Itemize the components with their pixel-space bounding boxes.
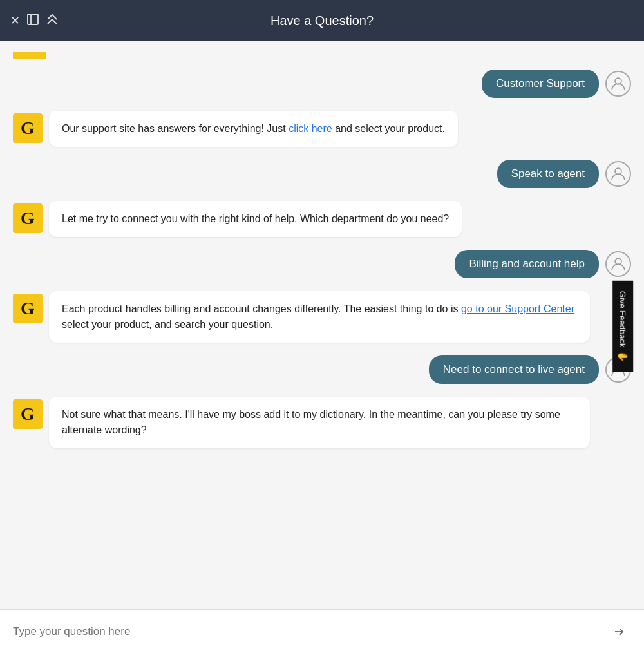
bot-avatar: G bbox=[13, 203, 43, 233]
page-title: Have a Question? bbox=[270, 14, 374, 28]
message-row: G Not sure what that means. I'll have my… bbox=[0, 392, 644, 453]
user-bubble[interactable]: Billing and account help bbox=[455, 250, 599, 278]
message-row: G Each product handles billing and accou… bbox=[0, 286, 644, 348]
avatar bbox=[605, 71, 631, 97]
feedback-icon: ✋ bbox=[618, 351, 628, 362]
avatar bbox=[605, 251, 631, 277]
message-row: Billing and account help bbox=[0, 245, 644, 283]
bot-avatar: G bbox=[13, 399, 43, 429]
chat-header: ✕ Have a Question? bbox=[0, 0, 644, 41]
bot-avatar: G bbox=[13, 113, 43, 143]
message-row: Speak to agent bbox=[0, 155, 644, 193]
send-button[interactable] bbox=[607, 620, 631, 644]
user-bubble[interactable]: Customer Support bbox=[482, 70, 599, 98]
bot-bubble: Not sure what that means. I'll have my b… bbox=[49, 397, 590, 448]
user-bubble[interactable]: Speak to agent bbox=[497, 160, 599, 188]
message-input[interactable] bbox=[13, 625, 607, 638]
feedback-tab[interactable]: Give Feedback ✋ bbox=[612, 281, 633, 372]
expand-icon[interactable] bbox=[26, 13, 39, 29]
message-row: Need to connect to live agent bbox=[0, 350, 644, 389]
message-row: G Our support site has answers for every… bbox=[0, 106, 644, 152]
bot-bubble: Let me try to connect you with the right… bbox=[49, 201, 462, 237]
bot-bubble: Each product handles billing and account… bbox=[49, 291, 590, 343]
avatar bbox=[605, 161, 631, 187]
header-controls: ✕ bbox=[10, 13, 59, 29]
message-row: G Let me try to connect you with the rig… bbox=[0, 196, 644, 242]
user-bubble[interactable]: Need to connect to live agent bbox=[429, 355, 599, 384]
bot-bubble: Our support site has answers for everyth… bbox=[49, 111, 458, 147]
support-center-link[interactable]: go to our Support Center bbox=[461, 303, 574, 314]
chat-area: Customer Support G Our support site has … bbox=[0, 41, 644, 609]
click-here-link[interactable]: click here bbox=[289, 123, 332, 134]
bot-avatar: G bbox=[13, 294, 43, 323]
message-row: Customer Support bbox=[0, 64, 644, 103]
feedback-label: Give Feedback bbox=[618, 291, 627, 347]
svg-rect-0 bbox=[28, 14, 38, 24]
shrink-icon[interactable] bbox=[46, 13, 59, 29]
sticky-note-top bbox=[13, 52, 46, 59]
input-area bbox=[0, 609, 644, 653]
close-icon[interactable]: ✕ bbox=[10, 14, 20, 28]
